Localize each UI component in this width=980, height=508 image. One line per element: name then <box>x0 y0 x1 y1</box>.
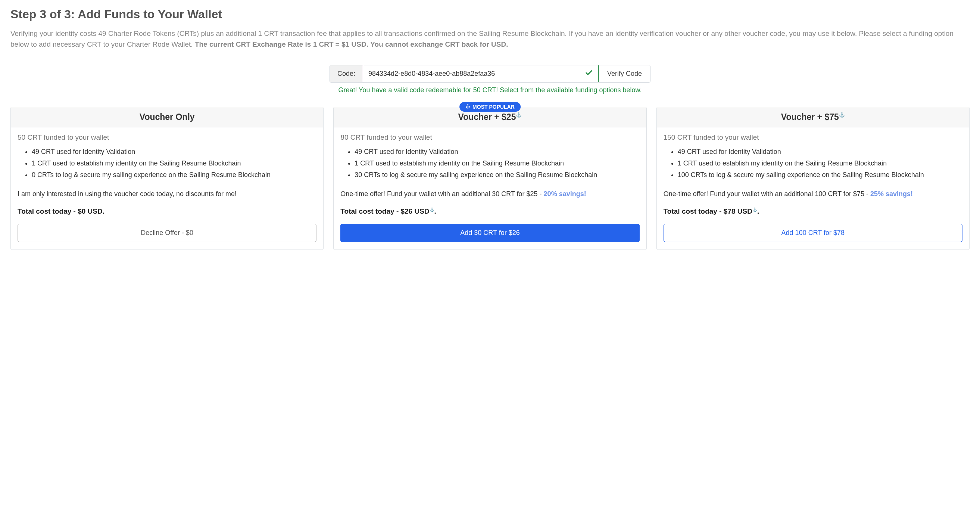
bullet-list: 49 CRT used for Identity Validation 1 CR… <box>18 147 317 182</box>
code-input-wrap <box>363 65 598 83</box>
period: . <box>434 207 436 215</box>
card-voucher-25: MOST POPULAR Voucher + $25⚓ 80 CRT funde… <box>333 107 646 250</box>
bullet-list: 49 CRT used for Identity Validation 1 CR… <box>340 147 639 182</box>
funded-text: 150 CRT funded to your wallet <box>663 133 963 142</box>
funded-text: 50 CRT funded to your wallet <box>18 133 317 142</box>
savings-text: 25% savings! <box>870 190 913 198</box>
anchor-icon <box>465 104 470 110</box>
list-item: 49 CRT used for Identity Validation <box>32 147 317 157</box>
total-pre: Total cost today - $0 USD <box>18 207 103 215</box>
pricing-cards: Voucher Only 50 CRT funded to your walle… <box>10 107 970 250</box>
list-item: 49 CRT used for Identity Validation <box>355 147 639 157</box>
total-cost: Total cost today - $0 USD. <box>18 207 317 216</box>
code-input[interactable] <box>368 65 585 82</box>
page-title: Step 3 of 3: Add Funds to Your Wallet <box>10 8 970 21</box>
offer-text: One-time offer! Fund your wallet with an… <box>663 189 963 199</box>
bullet-list: 49 CRT used for Identity Validation 1 CR… <box>663 147 963 182</box>
intro-bold-2: You cannot exchange CRT back for USD. <box>370 40 508 48</box>
intro-bold-1: The current CRT Exchange Rate is 1 CRT =… <box>195 40 368 48</box>
card-body: 50 CRT funded to your wallet 49 CRT used… <box>11 127 323 249</box>
period: . <box>757 207 759 215</box>
code-input-group: Code: Verify Code <box>329 65 651 83</box>
card-title-text: Voucher + $25 <box>458 112 516 122</box>
list-item: 49 CRT used for Identity Validation <box>678 147 963 157</box>
total-cost: Total cost today - $78 USD⚓. <box>663 207 963 216</box>
intro-text: Verifying your identity costs 49 Charter… <box>10 28 970 50</box>
total-cost: Total cost today - $26 USD⚓. <box>340 207 639 216</box>
card-body: 150 CRT funded to your wallet 49 CRT use… <box>657 127 969 249</box>
card-title-text: Voucher Only <box>140 112 195 122</box>
period: . <box>103 207 105 215</box>
list-item: 30 CRTs to log & secure my sailing exper… <box>355 170 639 180</box>
offer-pre: One-time offer! Fund your wallet with an… <box>340 190 543 198</box>
list-item: 0 CRTs to log & secure my sailing experi… <box>32 170 317 180</box>
list-item: 1 CRT used to establish my identity on t… <box>32 158 317 168</box>
code-section: Code: Verify Code Great! You have a vali… <box>10 65 970 94</box>
check-icon <box>585 69 593 78</box>
card-voucher-75: Voucher + $75⚓ 150 CRT funded to your wa… <box>657 107 970 250</box>
offer-text: I am only interested in using the vouche… <box>18 189 317 199</box>
total-pre: Total cost today - $26 USD <box>340 207 429 215</box>
add-30-crt-button[interactable]: Add 30 CRT for $26 <box>340 224 639 242</box>
decline-offer-button[interactable]: Decline Offer - $0 <box>18 224 317 242</box>
card-voucher-only: Voucher Only 50 CRT funded to your walle… <box>10 107 323 250</box>
card-body: 80 CRT funded to your wallet 49 CRT used… <box>334 127 646 249</box>
offer-pre: One-time offer! Fund your wallet with an… <box>663 190 870 198</box>
offer-pre: I am only interested in using the vouche… <box>18 190 237 198</box>
badge-text: MOST POPULAR <box>473 104 515 110</box>
total-pre: Total cost today - $78 USD <box>663 207 752 215</box>
savings-text: 20% savings! <box>544 190 586 198</box>
list-item: 100 CRTs to log & secure my sailing expe… <box>678 170 963 180</box>
card-title: Voucher + $75⚓ <box>657 107 969 127</box>
anchor-icon: ⚓ <box>752 208 757 212</box>
anchor-icon: ⚓ <box>516 112 522 118</box>
card-title: Voucher Only <box>11 107 323 127</box>
offer-text: One-time offer! Fund your wallet with an… <box>340 189 639 199</box>
most-popular-badge: MOST POPULAR <box>460 102 520 112</box>
code-label: Code: <box>330 65 363 82</box>
funded-text: 80 CRT funded to your wallet <box>340 133 639 142</box>
anchor-icon: ⚓ <box>430 208 434 212</box>
card-title-text: Voucher + $75 <box>781 112 839 122</box>
add-100-crt-button[interactable]: Add 100 CRT for $78 <box>663 224 963 242</box>
verify-code-button[interactable]: Verify Code <box>598 65 650 82</box>
list-item: 1 CRT used to establish my identity on t… <box>355 158 639 168</box>
code-success-message: Great! You have a valid code redeemable … <box>338 86 641 94</box>
anchor-icon: ⚓ <box>839 112 845 118</box>
list-item: 1 CRT used to establish my identity on t… <box>678 158 963 168</box>
